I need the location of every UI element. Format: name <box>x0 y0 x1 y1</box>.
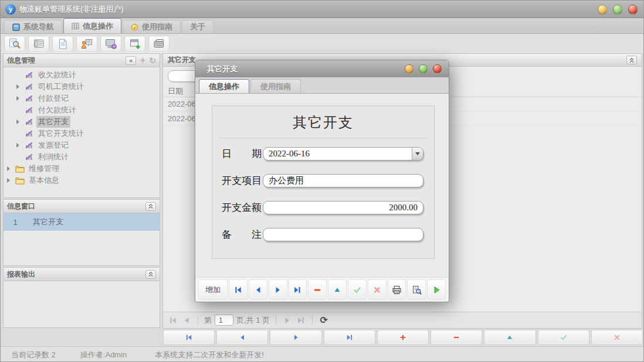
next-record-button[interactable] <box>270 330 321 345</box>
user-report-button[interactable] <box>76 36 97 52</box>
expander-icon[interactable] <box>16 96 25 101</box>
remark-input[interactable] <box>263 228 423 241</box>
stats-wand-icon <box>25 141 34 149</box>
last-record-icon <box>345 333 354 341</box>
date-combobox[interactable] <box>263 147 423 160</box>
prev-page-icon[interactable] <box>181 315 192 326</box>
tab-label: 关于 <box>190 22 205 32</box>
first-page-icon[interactable] <box>168 315 178 326</box>
monitor-globe-button[interactable] <box>100 36 121 52</box>
minimize-button[interactable] <box>598 5 607 14</box>
dialog-close-button[interactable] <box>433 64 442 73</box>
last-record-button[interactable] <box>289 279 307 300</box>
tree-item-payment-register[interactable]: 付款登记 <box>4 93 160 104</box>
move-up-button[interactable] <box>484 330 535 345</box>
report-view-button[interactable] <box>28 36 49 52</box>
confirm-icon <box>352 285 362 295</box>
close-button[interactable] <box>628 5 638 14</box>
stats-wand-icon <box>25 118 34 126</box>
cancel-button[interactable] <box>591 330 643 345</box>
move-up-button[interactable] <box>328 279 347 300</box>
blue-panel-icon <box>12 23 20 31</box>
card-file-button[interactable] <box>148 36 170 52</box>
next-record-button[interactable] <box>269 279 287 300</box>
expense-item-input[interactable] <box>263 174 423 187</box>
dropdown-button[interactable] <box>412 148 423 160</box>
first-record-icon <box>233 285 243 295</box>
last-page-icon[interactable] <box>296 315 306 326</box>
tree-item-profit-stats[interactable]: 利润统计 <box>4 151 160 163</box>
collapse-up-button[interactable] <box>145 270 156 279</box>
expander-icon[interactable] <box>7 178 15 183</box>
delete-record-button[interactable] <box>431 330 482 345</box>
tab-system-nav[interactable]: 系统导航 <box>4 20 62 33</box>
dialog-tab-user-guide[interactable]: 使用指南 <box>250 79 301 93</box>
dialog-toolbar: 增加 <box>195 277 449 302</box>
cancel-icon <box>372 285 382 295</box>
refresh-tree-icon[interactable]: ↻ <box>149 56 156 65</box>
window-add-icon <box>130 39 141 49</box>
user-report-icon <box>81 39 93 49</box>
collapse-up-button[interactable] <box>626 56 637 64</box>
cancel-button[interactable] <box>368 279 387 300</box>
dialog-titlebar[interactable]: 其它开支 <box>195 60 449 77</box>
expense-item-label: 开支项目 <box>222 174 263 187</box>
tab-about[interactable]: 关于 <box>182 20 213 33</box>
tree-item-receivable-stats[interactable]: 收欠款统计 <box>4 69 160 81</box>
dialog-tab-info-operation[interactable]: 信息操作 <box>199 79 249 93</box>
print-button[interactable] <box>388 279 406 300</box>
search-document-button[interactable] <box>4 36 25 52</box>
expander-icon[interactable] <box>16 119 25 124</box>
expander-icon[interactable] <box>16 143 25 148</box>
pagination-bar: 第 页,共 1 页 ⟳ <box>163 312 642 328</box>
first-record-button[interactable] <box>229 279 248 300</box>
document-button[interactable] <box>52 36 73 52</box>
expander-icon[interactable] <box>7 166 15 171</box>
date-label: 日 期 <box>222 147 263 160</box>
prev-record-button[interactable] <box>216 330 268 345</box>
last-record-button[interactable] <box>324 330 375 345</box>
dialog-maximize-button[interactable] <box>419 64 428 73</box>
dialog-tabbar: 信息操作 使用指南 <box>195 77 449 94</box>
refresh-icon[interactable]: ⟳ <box>318 315 329 326</box>
collapse-up-button[interactable] <box>145 202 156 211</box>
form-row-date: 日 期 <box>222 147 423 160</box>
main-tabbar: 系统导航 信息操作 使用指南 关于 <box>1 18 643 34</box>
tab-label: 信息操作 <box>209 81 239 92</box>
tab-label: 使用指南 <box>260 81 291 92</box>
prev-record-button[interactable] <box>249 279 267 300</box>
tree-item-driver-salary-stats[interactable]: 司机工资统计 <box>4 81 160 93</box>
add-button[interactable]: 增加 <box>198 279 228 300</box>
tree-item-other-expense[interactable]: 其它开支 <box>4 116 160 128</box>
run-icon <box>432 285 441 295</box>
expense-amount-input[interactable] <box>263 201 423 214</box>
tree-item-invoice-register[interactable]: 发票登记 <box>4 139 160 151</box>
confirm-button[interactable] <box>538 330 589 345</box>
first-record-button[interactable] <box>163 330 215 345</box>
dialog-minimize-button[interactable] <box>405 64 413 73</box>
tab-user-guide[interactable]: 使用指南 <box>123 20 181 33</box>
expander-icon[interactable] <box>16 84 25 89</box>
collapse-left-button[interactable]: « <box>126 56 136 65</box>
info-window-row-selected[interactable]: 1 其它开支 <box>4 213 160 231</box>
add-node-icon[interactable]: ＋ <box>138 55 147 66</box>
page-number-input[interactable] <box>215 315 233 326</box>
move-up-icon <box>506 333 514 341</box>
main-toolbar <box>1 34 643 53</box>
add-record-button[interactable] <box>377 330 429 345</box>
tree-item-payable-stats[interactable]: 付欠款统计 <box>4 104 160 116</box>
delete-record-button[interactable] <box>308 279 327 300</box>
confirm-button[interactable] <box>348 279 367 300</box>
confirm-icon <box>560 333 568 341</box>
row-index: 1 <box>4 218 27 227</box>
next-page-icon[interactable] <box>282 315 293 326</box>
tab-info-operation[interactable]: 信息操作 <box>63 18 121 33</box>
tree-item-basic-info[interactable]: 基本信息 <box>4 175 160 186</box>
tree-item-maintain-manage[interactable]: 维修管理 <box>4 163 160 175</box>
run-button[interactable] <box>427 279 446 300</box>
tree-item-other-expense-stats[interactable]: 其它开支统计 <box>4 128 160 139</box>
maximize-button[interactable] <box>613 5 622 14</box>
tree-item-label: 发票登记 <box>36 139 70 151</box>
print-preview-button[interactable] <box>407 279 426 300</box>
window-add-button[interactable] <box>124 36 145 52</box>
